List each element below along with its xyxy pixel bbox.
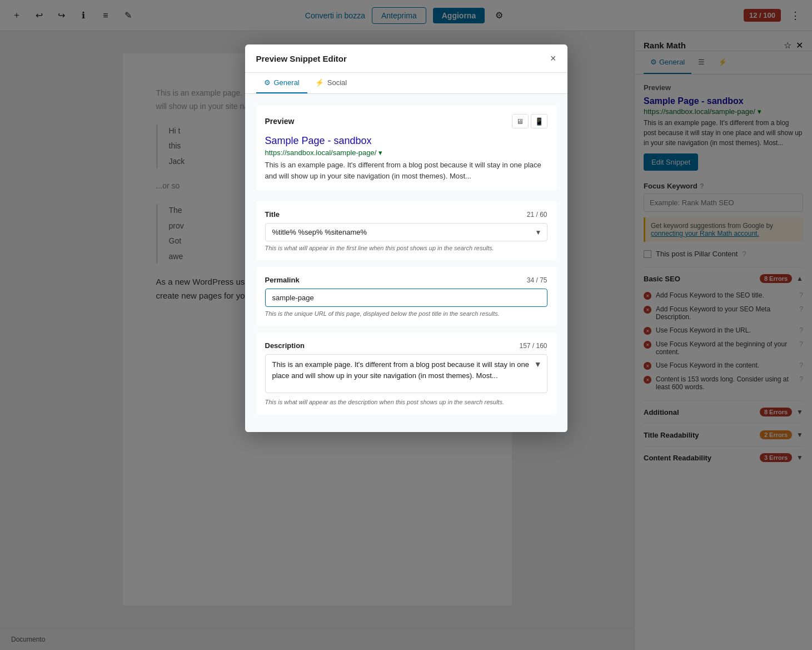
title-select[interactable]: %title% %sep% %sitename%	[265, 223, 547, 241]
modal-social-tab-icon: ⚡	[315, 78, 324, 87]
description-field-hint: This is what will appear as the descript…	[265, 399, 547, 405]
title-field-header: Title 21 / 60	[265, 210, 547, 219]
modal-preview-header: Preview 🖥 📱	[265, 114, 547, 128]
modal-overlay: Preview Snippet Editor × ⚙ General ⚡ Soc…	[0, 0, 812, 650]
modal-tab-general[interactable]: ⚙ General	[256, 73, 307, 93]
modal-tab-social[interactable]: ⚡ Social	[307, 73, 355, 93]
description-dropdown-icon[interactable]: ▼	[534, 360, 542, 369]
desktop-icon[interactable]: 🖥	[512, 114, 529, 128]
title-field-section: Title 21 / 60 %title% %sep% %sitename%	[256, 201, 556, 260]
title-field-hint: This is what will appear in the first li…	[265, 245, 547, 251]
permalink-field-header: Permalink 34 / 75	[265, 276, 547, 284]
modal-general-tab-icon: ⚙	[264, 78, 271, 87]
description-progress-bar	[502, 344, 509, 348]
modal-body: Preview 🖥 📱 Sample Page - sandbox https:…	[245, 94, 567, 432]
title-field-counter: 21 / 60	[527, 211, 547, 219]
modal-preview-title: Sample Page - sandbox	[265, 135, 547, 147]
modal-close-button[interactable]: ×	[550, 53, 556, 63]
permalink-field-counter: 34 / 75	[527, 276, 547, 284]
permalink-input[interactable]	[265, 289, 547, 307]
title-select-wrap: %title% %sep% %sitename% ▼	[265, 223, 547, 241]
permalink-field-header-right: 34 / 75	[505, 276, 547, 284]
modal-preview-desc: This is an example page. It's different …	[265, 160, 547, 181]
description-field-header-right: 157 / 160	[496, 342, 547, 350]
title-field-header-right: 21 / 60	[507, 211, 547, 219]
description-field-section: Description 157 / 160 This is an exam	[256, 333, 556, 414]
title-field-label: Title	[265, 210, 280, 219]
modal-preview-label: Preview	[265, 117, 295, 126]
description-textarea[interactable]: This is an example page. It's different …	[265, 354, 547, 393]
modal-header: Preview Snippet Editor ×	[245, 44, 567, 73]
description-textarea-wrap: This is an example page. It's different …	[265, 354, 547, 395]
modal-title: Preview Snippet Editor	[256, 54, 347, 63]
permalink-field-section: Permalink 34 / 75 This is the unique URL…	[256, 267, 556, 326]
preview-device-icons: 🖥 📱	[512, 114, 547, 128]
mobile-icon[interactable]: 📱	[531, 114, 547, 128]
modal-preview-box: Preview 🖥 📱 Sample Page - sandbox https:…	[256, 105, 556, 190]
snippet-editor-modal: Preview Snippet Editor × ⚙ General ⚡ Soc…	[245, 44, 567, 432]
modal-url-arrow-icon: ▾	[378, 148, 382, 157]
permalink-field-label: Permalink	[265, 276, 300, 284]
description-field-header: Description 157 / 160	[265, 341, 547, 350]
description-field-counter: 157 / 160	[519, 342, 547, 350]
modal-preview-url: https://sandbox.local/sample-page/ ▾	[265, 148, 547, 157]
permalink-field-hint: This is the unique URL of this page, dis…	[265, 310, 547, 317]
modal-tab-bar: ⚙ General ⚡ Social	[245, 73, 567, 94]
description-field-label: Description	[265, 341, 305, 350]
permalink-progress-bar	[512, 279, 517, 282]
title-progress-bar	[514, 213, 517, 216]
